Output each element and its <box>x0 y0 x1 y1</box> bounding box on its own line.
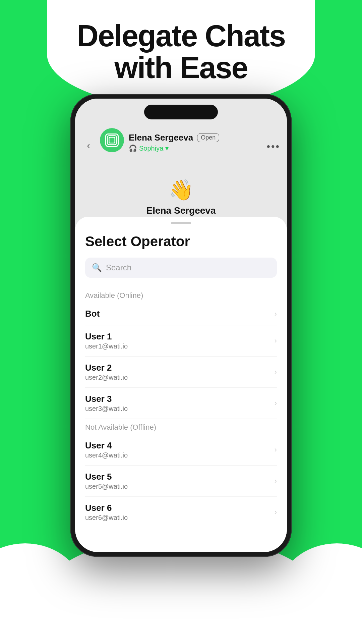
wave-emoji: 👋 <box>169 178 194 202</box>
operator-email-user3: user3@wati.io <box>85 405 271 413</box>
back-button[interactable]: ‹ <box>82 139 95 152</box>
operator-name-user3: User 3 <box>85 394 271 404</box>
chevron-down-icon: ▾ <box>165 144 169 152</box>
bg-bottom-right-curve <box>278 543 362 644</box>
operator-name-user4: User 4 <box>85 440 271 451</box>
headline-line1: Delegate Chats <box>77 19 285 53</box>
operator-info-user4: User 4 user4@wati.io <box>85 440 271 459</box>
back-icon: ‹ <box>87 140 90 151</box>
more-options-button[interactable]: ••• <box>266 141 280 152</box>
sheet-title: Select Operator <box>85 233 277 250</box>
search-container[interactable]: 🔍 Search <box>85 258 277 278</box>
operator-item-user3[interactable]: User 3 user3@wati.io › <box>85 388 277 419</box>
avatar <box>100 128 124 152</box>
operator-name-user2: User 2 <box>85 363 271 373</box>
search-icon: 🔍 <box>92 263 102 272</box>
svg-rect-1 <box>109 138 115 143</box>
operator-info-user2: User 2 user2@wati.io <box>85 363 271 381</box>
chevron-right-icon-user2: › <box>275 368 277 376</box>
chevron-right-icon-bot: › <box>275 310 277 318</box>
operator-email-user4: user4@wati.io <box>85 451 271 459</box>
operator-info-user3: User 3 user3@wati.io <box>85 394 271 413</box>
headline: Delegate Chats with Ease <box>0 20 362 84</box>
operator-name-user5: User 5 <box>85 472 271 482</box>
header-info: Elena Sergeeva Open 🎧 Sophiya ▾ <box>129 132 266 152</box>
bottom-sheet: Select Operator 🔍 Search Available (Onli… <box>75 217 287 552</box>
operator-item-user5[interactable]: User 5 user5@wati.io › <box>85 466 277 497</box>
more-icon: ••• <box>266 141 280 152</box>
operator-name-user6: User 6 <box>85 503 271 513</box>
operator-email-user2: user2@wati.io <box>85 374 271 381</box>
operator-item-bot[interactable]: Bot › <box>85 303 277 325</box>
contact-name: Elena Sergeeva <box>129 132 193 143</box>
sheet-handle <box>171 222 191 224</box>
operator-info-bot: Bot <box>85 309 271 319</box>
chevron-right-icon-user4: › <box>275 445 277 454</box>
agent-name: Sophiya <box>139 145 163 152</box>
chevron-right-icon-user5: › <box>275 477 277 485</box>
section-online-header: Available (Online) <box>85 287 277 303</box>
chevron-right-icon-user6: › <box>275 508 277 517</box>
operator-email-user6: user6@wati.io <box>85 514 271 522</box>
avatar-icon <box>105 133 119 147</box>
operator-item-user1[interactable]: User 1 user1@wati.io › <box>85 325 277 357</box>
search-input[interactable]: Search <box>106 263 270 272</box>
operator-name-bot: Bot <box>85 309 271 319</box>
operator-name-user1: User 1 <box>85 331 271 342</box>
section-offline-header: Not Available (Offline) <box>85 419 277 434</box>
phone-screen: ‹ Elena Sergeeva Open 🎧 Sophiya <box>75 99 287 552</box>
operator-item-user2[interactable]: User 2 user2@wati.io › <box>85 357 277 388</box>
operator-info-user1: User 1 user1@wati.io <box>85 331 271 350</box>
operator-item-user6[interactable]: User 6 user6@wati.io › <box>85 497 277 528</box>
operator-email-user1: user1@wati.io <box>85 342 271 350</box>
status-badge: Open <box>197 133 219 142</box>
bg-bottom-left-curve <box>0 543 84 644</box>
phone-frame: ‹ Elena Sergeeva Open 🎧 Sophiya <box>70 94 292 557</box>
operator-item-user4[interactable]: User 4 user4@wati.io › <box>85 434 277 466</box>
headset-icon: 🎧 <box>129 144 137 152</box>
chevron-right-icon-user1: › <box>275 336 277 345</box>
operator-email-user5: user5@wati.io <box>85 483 271 490</box>
operator-info-user5: User 5 user5@wati.io <box>85 472 271 490</box>
headline-line2: with Ease <box>114 51 247 85</box>
chat-contact-name: Elena Sergeeva <box>146 205 216 216</box>
chevron-right-icon-user3: › <box>275 399 277 408</box>
phone-wrapper: ‹ Elena Sergeeva Open 🎧 Sophiya <box>70 94 292 557</box>
agent-row: 🎧 Sophiya ▾ <box>129 144 266 152</box>
dynamic-island <box>144 105 218 119</box>
header-name-row: Elena Sergeeva Open <box>129 132 266 143</box>
operator-info-user6: User 6 user6@wati.io <box>85 503 271 522</box>
